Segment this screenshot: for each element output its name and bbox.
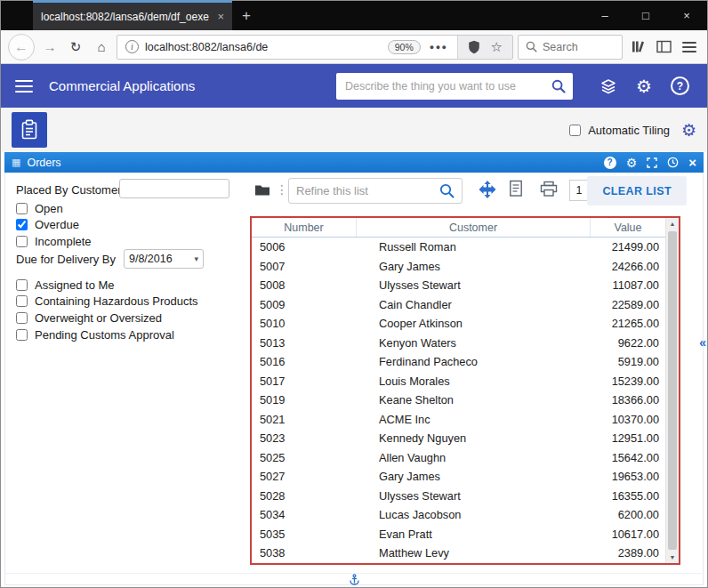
vertical-scrollbar[interactable]: ▲ ▼ (665, 218, 679, 563)
filter-checkbox-row[interactable]: Containing Hazardous Products (16, 294, 198, 310)
orders-close-icon[interactable]: × (688, 156, 696, 169)
filter-checkbox[interactable] (16, 295, 28, 307)
filter-checkbox[interactable] (16, 219, 28, 230)
cell-number: 5017 (252, 375, 357, 388)
automatic-tiling-control[interactable]: Automatic Tiling ⚙ (569, 122, 696, 139)
cell-customer: Evan Pratt (357, 528, 591, 541)
filter-checkbox[interactable] (16, 236, 28, 247)
table-row[interactable]: 5038 Matthew Levy 2389.00 (252, 544, 665, 563)
printer-icon[interactable] (540, 181, 558, 197)
orders-table-header[interactable]: Number Customer Value (252, 218, 665, 238)
app-search-icon[interactable] (551, 79, 566, 93)
scrollbar-thumb[interactable] (668, 231, 677, 550)
table-row[interactable]: 5009 Cain Chandler 22589.00 (252, 295, 665, 315)
cell-customer: ACME Inc (357, 413, 591, 426)
cell-value: 24266.00 (591, 260, 665, 273)
forward-button[interactable]: → (39, 36, 60, 58)
filter-checkbox-row[interactable]: Incomplete (16, 233, 92, 250)
cell-value: 12951.00 (591, 431, 665, 445)
window-minimize-button[interactable]: – (584, 1, 625, 30)
url-bar[interactable]: i localhost:8082/lansa6/de 90% ●●● ☆ (117, 35, 513, 60)
cell-value: 21499.00 (591, 240, 665, 254)
refine-list-input[interactable] (296, 184, 434, 197)
table-row[interactable]: 5016 Ferdinand Pacheco 5919.00 (252, 352, 665, 372)
table-row[interactable]: 5013 Kenyon Waters 9622.00 (252, 334, 665, 353)
table-row[interactable]: 5010 Cooper Atkinson 21265.00 (252, 314, 665, 334)
new-tab-button[interactable]: + (232, 1, 261, 30)
apps-stack-icon[interactable] (599, 78, 617, 94)
filter-checkbox-row[interactable]: Overweight or Oversized (16, 310, 198, 326)
browser-tab[interactable]: localhost:8082/lansa6/dem/df_oexe × (33, 1, 232, 30)
sidebar-toggle-icon[interactable] (653, 36, 674, 58)
back-button[interactable]: ← (8, 34, 35, 60)
help-icon[interactable]: ? (671, 77, 689, 95)
browser-menu-icon[interactable] (679, 36, 700, 58)
filter-checkbox[interactable] (16, 203, 28, 214)
tracking-protection-icon[interactable] (468, 40, 480, 54)
orders-maximize-icon[interactable] (647, 157, 657, 168)
table-row[interactable]: 5007 Gary James 24266.00 (252, 257, 665, 277)
table-row[interactable]: 5025 Allen Vaughn 15642.00 (252, 448, 665, 468)
table-row[interactable]: 5034 Lucas Jacobson 6200.00 (252, 505, 665, 525)
page-actions-icon[interactable]: ●●● (427, 43, 451, 52)
table-row[interactable]: 5008 Ulysses Stewart 11087.00 (252, 276, 665, 295)
table-row[interactable]: 5028 Ulysses Stewart 16355.00 (252, 487, 665, 506)
placed-by-customer-input[interactable] (119, 179, 229, 198)
filter-checkbox[interactable] (16, 279, 28, 291)
bookmark-star-icon[interactable]: ☆ (491, 40, 503, 53)
window-maximize-button[interactable]: □ (625, 1, 666, 30)
table-row[interactable]: 5006 Russell Roman 21499.00 (252, 238, 665, 257)
browser-search[interactable] (518, 35, 623, 60)
clear-list-button[interactable]: CLEAR LIST (587, 176, 687, 205)
table-row[interactable]: 5017 Louis Morales 15239.00 (252, 372, 665, 391)
report-icon[interactable] (509, 180, 523, 197)
scroll-down-icon[interactable]: ▼ (670, 554, 676, 560)
tab-close-icon[interactable]: × (217, 10, 224, 23)
home-button[interactable]: ⌂ (91, 36, 112, 58)
settings-gear-icon[interactable]: ⚙ (636, 77, 652, 95)
window-close-button[interactable]: × (666, 1, 707, 30)
scroll-up-icon[interactable]: ▲ (670, 221, 676, 227)
filter-checkbox-row[interactable]: Open (16, 200, 92, 217)
folder-icon[interactable] (254, 183, 270, 197)
orders-app-icon[interactable] (12, 112, 47, 148)
collapse-panel-icon[interactable]: « (699, 335, 706, 350)
refresh-button[interactable]: ↻ (65, 36, 86, 58)
column-header-number[interactable]: Number (252, 218, 357, 237)
orders-titlebar[interactable]: ▦ Orders ? ⚙ × (4, 152, 704, 173)
cell-value: 6200.00 (591, 508, 665, 521)
automatic-tiling-checkbox[interactable] (569, 125, 581, 136)
kebab-menu-icon[interactable]: ⋮ (276, 182, 288, 197)
filter-checkbox[interactable] (16, 312, 28, 324)
browser-search-input[interactable] (543, 41, 605, 53)
app-menu-icon[interactable] (15, 80, 33, 93)
column-header-customer[interactable]: Customer (357, 218, 591, 237)
column-header-value[interactable]: Value (591, 218, 665, 237)
library-icon[interactable] (627, 36, 648, 58)
due-date-dropdown[interactable]: 9/8/2016 ▾ (124, 249, 204, 269)
cell-number: 5025 (252, 451, 357, 464)
dock-anchor-icon[interactable] (350, 574, 359, 585)
orders-help-icon[interactable]: ? (604, 157, 616, 169)
filter-checkbox-row[interactable]: Overdue (16, 217, 92, 234)
tiling-settings-icon[interactable]: ⚙ (681, 122, 696, 139)
app-search-input[interactable] (345, 80, 546, 93)
refine-search-box[interactable] (288, 178, 463, 204)
app-search-box[interactable] (336, 73, 573, 100)
filter-checkbox[interactable] (16, 329, 28, 341)
table-row[interactable]: 5027 Gary James 19653.00 (252, 467, 665, 487)
site-info-icon[interactable]: i (125, 40, 139, 53)
table-row[interactable]: 5023 Kennedy Nguyen 12951.00 (252, 429, 665, 448)
table-row[interactable]: 5019 Keane Shelton 18366.00 (252, 391, 665, 410)
table-row[interactable]: 5035 Evan Pratt 10617.00 (252, 525, 665, 544)
filter-checkbox-row[interactable]: Pending Customs Approval (16, 326, 198, 343)
page-spinner-value[interactable]: 1 (569, 180, 589, 201)
filter-checkbox-row[interactable]: Assigned to Me (16, 277, 198, 294)
zoom-indicator[interactable]: 90% (388, 40, 421, 54)
orders-history-icon[interactable] (667, 157, 679, 168)
refine-search-icon[interactable] (439, 183, 455, 198)
cell-customer: Allen Vaughn (357, 451, 591, 464)
orders-settings-icon[interactable]: ⚙ (626, 157, 638, 169)
move-window-icon[interactable] (479, 181, 496, 198)
table-row[interactable]: 5021 ACME Inc 10370.00 (252, 410, 665, 430)
